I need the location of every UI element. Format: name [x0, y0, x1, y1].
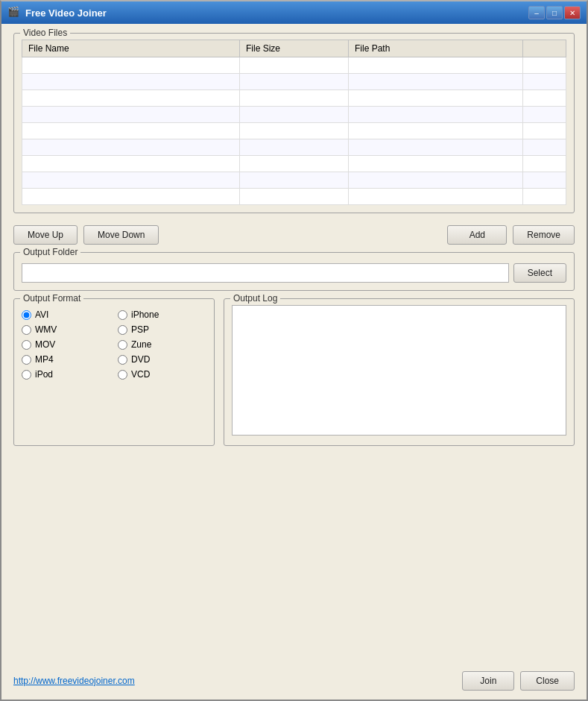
title-buttons: – □ ✕ — [528, 6, 581, 19]
add-button[interactable]: Add — [447, 225, 507, 245]
col-header-name: File Name — [22, 40, 240, 57]
file-action-buttons: Move Up Move Down Add Remove — [13, 225, 575, 245]
col-header-size: File Size — [240, 40, 349, 57]
output-folder-input[interactable] — [22, 263, 509, 283]
format-option-psp[interactable]: PSP — [118, 324, 206, 335]
output-log-label: Output Log — [230, 293, 280, 304]
table-cell — [349, 172, 523, 189]
table-cell — [349, 123, 523, 139]
output-log-textarea[interactable] — [232, 305, 566, 436]
radio-ipod[interactable] — [22, 370, 31, 380]
radio-mov[interactable] — [22, 340, 31, 350]
format-label-avi: AVI — [35, 309, 48, 320]
table-cell — [22, 74, 240, 90]
table-row — [22, 74, 566, 90]
format-option-vcd[interactable]: VCD — [118, 369, 206, 380]
table-cell — [22, 57, 240, 74]
table-cell — [522, 156, 566, 172]
radio-wmv[interactable] — [22, 325, 31, 335]
format-option-mov[interactable]: MOV — [22, 339, 110, 350]
remove-button[interactable]: Remove — [513, 225, 575, 245]
table-cell — [522, 189, 566, 205]
format-radio-grid: AVIiPhoneWMVPSPMOVZuneMP4DVDiPodVCD — [22, 309, 206, 380]
table-cell — [522, 107, 566, 123]
table-row — [22, 107, 566, 123]
table-cell — [349, 74, 523, 90]
output-format-group: Output Format AVIiPhoneWMVPSPMOVZuneMP4D… — [13, 298, 215, 446]
format-label-mov: MOV — [35, 339, 55, 350]
website-link[interactable]: http://www.freevideojoiner.com — [13, 676, 135, 686]
main-window: 🎬 Free Video Joiner – □ ✕ Video Files Fi… — [0, 0, 588, 701]
close-button[interactable]: Close — [520, 671, 575, 691]
table-row — [22, 172, 566, 189]
table-cell — [240, 107, 349, 123]
table-cell — [240, 123, 349, 139]
move-down-button[interactable]: Move Down — [83, 225, 159, 245]
file-table: File Name File Size File Path — [22, 40, 566, 205]
radio-dvd[interactable] — [118, 355, 127, 365]
table-cell — [22, 189, 240, 205]
table-cell — [22, 90, 240, 107]
table-cell — [349, 90, 523, 107]
table-cell — [22, 156, 240, 172]
radio-mp4[interactable] — [22, 355, 31, 365]
radio-iphone[interactable] — [118, 310, 127, 320]
table-cell — [240, 189, 349, 205]
format-label-psp: PSP — [131, 324, 149, 335]
output-folder-label: Output Folder — [20, 247, 80, 257]
table-row — [22, 57, 566, 74]
format-option-dvd[interactable]: DVD — [118, 354, 206, 365]
format-label-vcd: VCD — [131, 369, 150, 380]
table-cell — [349, 139, 523, 156]
table-cell — [22, 139, 240, 156]
radio-psp[interactable] — [118, 325, 127, 335]
title-bar-left: 🎬 Free Video Joiner — [7, 6, 107, 19]
video-files-label: Video Files — [20, 28, 70, 38]
footer: http://www.freevideojoiner.com Join Clos… — [1, 665, 587, 700]
table-cell — [522, 90, 566, 107]
format-label-zune: Zune — [131, 339, 151, 350]
table-cell — [349, 107, 523, 123]
bottom-section: Output Format AVIiPhoneWMVPSPMOVZuneMP4D… — [13, 298, 575, 446]
table-cell — [240, 74, 349, 90]
close-window-button[interactable]: ✕ — [564, 6, 581, 19]
output-folder-row: Select — [22, 263, 566, 283]
table-cell — [240, 156, 349, 172]
format-option-zune[interactable]: Zune — [118, 339, 206, 350]
format-option-wmv[interactable]: WMV — [22, 324, 110, 335]
table-row — [22, 123, 566, 139]
radio-vcd[interactable] — [118, 370, 127, 380]
format-label-ipod: iPod — [35, 369, 53, 380]
table-row — [22, 90, 566, 107]
format-label-iphone: iPhone — [131, 309, 159, 320]
select-button[interactable]: Select — [513, 263, 566, 283]
radio-avi[interactable] — [22, 310, 31, 320]
table-row — [22, 189, 566, 205]
output-log-group: Output Log — [224, 298, 575, 446]
radio-zune[interactable] — [118, 340, 127, 350]
table-row — [22, 139, 566, 156]
output-folder-group: Output Folder Select — [13, 252, 575, 291]
format-label-wmv: WMV — [35, 324, 57, 335]
table-cell — [349, 189, 523, 205]
format-option-avi[interactable]: AVI — [22, 309, 110, 320]
table-cell — [522, 74, 566, 90]
minimize-button[interactable]: – — [528, 6, 545, 19]
format-option-mp4[interactable]: MP4 — [22, 354, 110, 365]
table-cell — [240, 139, 349, 156]
format-option-ipod[interactable]: iPod — [22, 369, 110, 380]
move-up-button[interactable]: Move Up — [13, 225, 78, 245]
format-option-iphone[interactable]: iPhone — [118, 309, 206, 320]
format-label-mp4: MP4 — [35, 354, 54, 365]
table-cell — [22, 107, 240, 123]
format-label-dvd: DVD — [131, 354, 150, 365]
content-area: Video Files File Name File Size File Pat… — [1, 24, 587, 665]
col-header-path: File Path — [349, 40, 523, 57]
join-button[interactable]: Join — [462, 671, 514, 691]
table-cell — [349, 156, 523, 172]
table-cell — [240, 172, 349, 189]
maximize-button[interactable]: □ — [546, 6, 563, 19]
table-cell — [240, 57, 349, 74]
table-row — [22, 156, 566, 172]
table-cell — [22, 123, 240, 139]
